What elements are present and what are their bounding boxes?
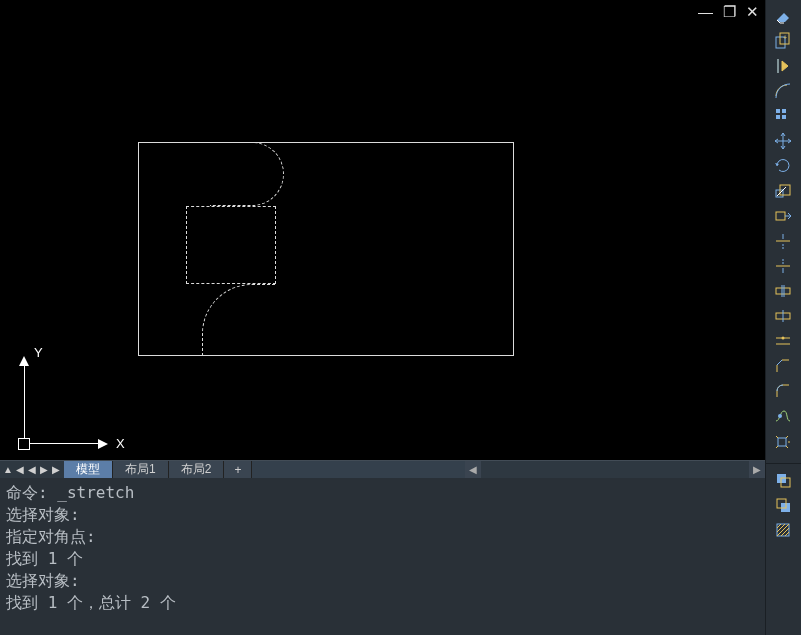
- break-tool[interactable]: [771, 281, 795, 303]
- ucs-icon: X Y: [14, 344, 124, 454]
- blend-icon: [774, 407, 792, 428]
- modify-toolbar: +: [766, 0, 801, 463]
- hatch-back-tool[interactable]: [771, 520, 795, 542]
- copy-tool[interactable]: +: [771, 31, 795, 53]
- layout-tab-bar: ▲ ◀ ◀ ▶ ▶ 模型 布局1 布局2 + ◀ ▶: [0, 460, 765, 478]
- scroll-right-icon[interactable]: ▶: [749, 461, 765, 479]
- rotate-icon: [774, 157, 792, 178]
- svg-rect-14: [778, 438, 786, 446]
- tab-layout1[interactable]: 布局1: [113, 461, 169, 478]
- copy-icon: +: [774, 32, 792, 53]
- ucs-y-label: Y: [34, 345, 43, 360]
- tab-label: 模型: [76, 461, 100, 478]
- right-toolbar-rail: +: [765, 0, 801, 635]
- trim-tool[interactable]: [771, 231, 795, 253]
- drawing-area[interactable]: — ❐ ✕ X Y ▲ ◀ ◀ ▶ ▶ 模型 布局1 布局2 + ◀ ▶: [0, 0, 765, 480]
- trim-icon: [774, 232, 792, 253]
- selection-window: [186, 206, 276, 284]
- mirror-tool[interactable]: [771, 56, 795, 78]
- svg-point-13: [778, 414, 782, 418]
- tab-next-icon[interactable]: ▶: [38, 464, 50, 475]
- back-tool[interactable]: [771, 495, 795, 517]
- svg-rect-9: [776, 212, 785, 220]
- chamfer-tool[interactable]: [771, 356, 795, 378]
- plus-icon: +: [234, 463, 241, 477]
- move-tool[interactable]: [771, 131, 795, 153]
- erase-tool[interactable]: [771, 6, 795, 28]
- back-icon: [774, 496, 792, 517]
- tab-add[interactable]: +: [224, 461, 252, 478]
- front-tool[interactable]: [771, 470, 795, 492]
- svg-rect-6: [782, 115, 786, 119]
- break-icon: [774, 282, 792, 303]
- tab-model[interactable]: 模型: [64, 461, 113, 478]
- drawing-arc-top: [210, 142, 284, 206]
- tab-last-icon[interactable]: ▶: [50, 464, 62, 475]
- svg-rect-10: [776, 288, 790, 294]
- extend-tool[interactable]: [771, 256, 795, 278]
- join-tool[interactable]: [771, 331, 795, 353]
- horizontal-scrollbar[interactable]: ◀ ▶: [465, 461, 765, 479]
- stretch-icon: [774, 207, 792, 228]
- explode-icon: [774, 432, 792, 453]
- offset-tool[interactable]: [771, 81, 795, 103]
- scroll-left-icon[interactable]: ◀: [465, 461, 481, 479]
- tab-first-icon[interactable]: ◀: [14, 464, 26, 475]
- scale-tool[interactable]: [771, 181, 795, 203]
- tab-label: 布局1: [125, 461, 156, 478]
- scale-icon: [774, 182, 792, 203]
- ucs-x-label: X: [116, 436, 125, 451]
- fillet-icon: [774, 382, 792, 403]
- svg-rect-5: [776, 115, 780, 119]
- array-icon: [774, 107, 792, 128]
- rotate-tool[interactable]: [771, 156, 795, 178]
- svg-text:+: +: [783, 34, 787, 41]
- break2-icon: [774, 307, 792, 328]
- offset-icon: [774, 82, 792, 103]
- blend-tool[interactable]: [771, 406, 795, 428]
- tab-prev-icon[interactable]: ◀: [26, 464, 38, 475]
- front-icon: [774, 471, 792, 492]
- fillet-tool[interactable]: [771, 381, 795, 403]
- tab-label: 布局2: [181, 461, 212, 478]
- svg-rect-4: [782, 109, 786, 113]
- scroll-track[interactable]: [481, 461, 749, 479]
- draworder-toolbar: [766, 463, 801, 552]
- hatch-back-icon: [774, 521, 792, 542]
- command-window[interactable]: 命令: _stretch 选择对象: 指定对角点: 找到 1 个 选择对象: 找…: [0, 478, 785, 635]
- move-icon: [774, 132, 792, 153]
- svg-rect-3: [776, 109, 780, 113]
- join-icon: [774, 332, 792, 353]
- tab-layout2[interactable]: 布局2: [169, 461, 225, 478]
- erase-icon: [774, 7, 792, 28]
- break2-tool[interactable]: [771, 306, 795, 328]
- tab-up-icon[interactable]: ▲: [2, 464, 14, 475]
- svg-point-12: [782, 336, 785, 339]
- chamfer-icon: [774, 357, 792, 378]
- stretch-tool[interactable]: [771, 206, 795, 228]
- mirror-icon: [774, 57, 792, 78]
- array-tool[interactable]: [771, 106, 795, 128]
- extend-icon: [774, 257, 792, 278]
- tab-nav: ▲ ◀ ◀ ▶ ▶: [0, 461, 64, 478]
- explode-tool[interactable]: [771, 431, 795, 453]
